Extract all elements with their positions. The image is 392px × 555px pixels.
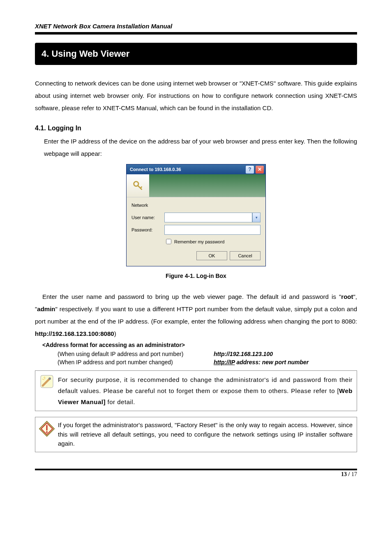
document-header: XNET Network Box Camera Installation Man… (35, 23, 357, 32)
section-title: 4. Using Web Viewer (35, 43, 357, 65)
footer-rule (35, 469, 357, 470)
username-input[interactable] (164, 213, 252, 222)
sub41-text: Enter the IP address of the device on th… (35, 135, 357, 160)
svg-line-2 (140, 186, 142, 188)
page-total: 17 (351, 471, 357, 477)
username-label: User name: (131, 215, 164, 220)
address-row-changed: (When IP address and port number changed… (58, 358, 357, 366)
address-row-default: (When using default IP address and port … (58, 350, 357, 358)
page-current: 13 (341, 471, 347, 477)
cancel-button[interactable]: Cancel (230, 251, 261, 260)
password-input[interactable] (164, 225, 261, 235)
help-button[interactable]: ? (245, 165, 254, 174)
network-label: Network (131, 203, 164, 208)
password-label: Password: (131, 227, 164, 232)
dialog-title: Connect to 193.168.0.36 (130, 167, 181, 172)
svg-point-12 (46, 431, 48, 433)
key-icon (132, 180, 144, 192)
figure-caption: Figure 4-1. Log-in Box (35, 273, 357, 279)
dialog-banner-image (149, 174, 265, 197)
intro-paragraph: Connecting to network devices can be don… (35, 77, 357, 114)
subheading-4-1: 4.1. Logging In (35, 125, 357, 132)
paragraph-login-instructions: Enter the user name and password to brin… (35, 291, 357, 340)
address-row-value: http://192.168.123.100 (214, 351, 273, 357)
close-button[interactable]: ✕ (255, 165, 264, 174)
svg-point-5 (48, 377, 51, 380)
note-text: For security purpose, it is recommended … (58, 371, 357, 411)
dialog-titlebar: Connect to 193.168.0.36 ? ✕ (127, 164, 265, 174)
username-dropdown-button[interactable]: ▾ (252, 213, 261, 222)
note-security: For security purpose, it is recommended … (35, 370, 357, 411)
header-rule (35, 32, 357, 35)
note-text: If you forget the administrator's passwo… (58, 417, 357, 452)
note-icon (35, 371, 58, 411)
ok-button[interactable]: OK (196, 251, 227, 260)
remember-password-label: Remember my password (174, 239, 224, 244)
login-dialog: Connect to 193.168.0.36 ? ✕ Network User… (126, 164, 266, 266)
address-format-heading: <Address format for accessing as an admi… (42, 342, 357, 348)
address-row-label: (When using default IP address and port … (58, 351, 214, 357)
remember-password-checkbox[interactable] (166, 239, 171, 244)
address-row-label: (When IP address and port number changed… (58, 359, 214, 365)
page-sep: / (347, 471, 351, 477)
note-warning: If you forget the administrator's passwo… (35, 417, 357, 452)
address-row-value: http://IP address: new port number (214, 359, 309, 365)
page-footer: 13 / 17 (35, 471, 357, 478)
warning-icon (35, 417, 58, 452)
